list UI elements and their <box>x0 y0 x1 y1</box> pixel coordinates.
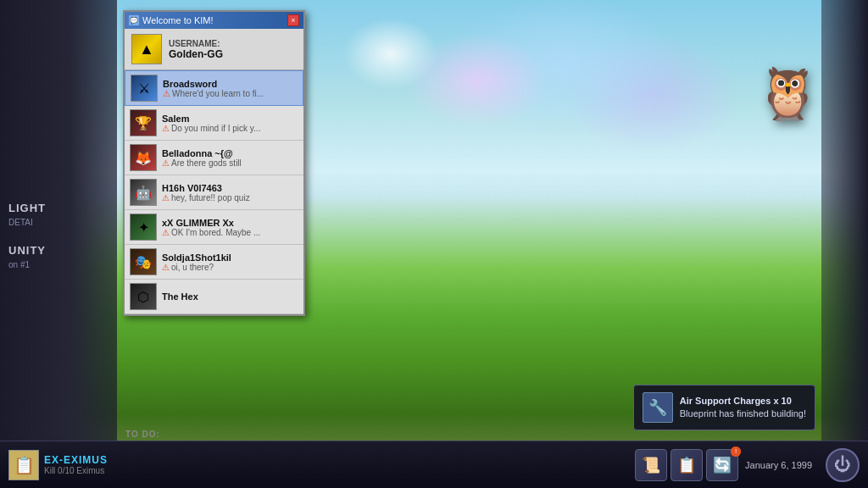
user-info: USERNAME: Golden-GG <box>169 39 223 60</box>
username-value: Golden-GG <box>169 48 223 60</box>
contact-name: Soldja1Shot1kil <box>162 252 298 263</box>
message-alert-icon: ⚠ <box>162 158 170 168</box>
todo-label: TO DO: <box>125 430 160 439</box>
kim-user-header: ▲ USERNAME: Golden-GG <box>125 29 303 70</box>
contact-message: ⚠Do you mind if I pick y... <box>162 124 298 133</box>
notification-title: Air Support Charges x 10 <box>680 395 806 408</box>
kim-titlebar: 💬 Welcome to KIM! × <box>125 12 303 29</box>
left-panel-text2: UNITY <box>8 244 108 257</box>
taskbar-icon: 🔄 <box>713 456 732 474</box>
contact-item[interactable]: 🤖H16h V0l7463⚠hey, future!! pop quiz <box>125 175 303 210</box>
contact-avatar: 🎭 <box>130 248 157 275</box>
contact-avatar: ⚔ <box>131 75 158 102</box>
message-alert-icon: ⚠ <box>162 124 170 133</box>
contact-info: Soldja1Shot1kil⚠oi, u there? <box>162 252 298 272</box>
contact-message: ⚠Where'd you learn to fi... <box>163 89 298 98</box>
power-button[interactable]: ⏻ <box>826 448 860 482</box>
contact-name: Salem <box>162 114 298 124</box>
taskbar-icon: 📋 <box>677 456 696 474</box>
right-panel <box>821 0 868 488</box>
message-alert-icon: ⚠ <box>163 89 170 98</box>
contact-item[interactable]: 🏆Salem⚠Do you mind if I pick y... <box>125 106 303 141</box>
contact-info: H16h V0l7463⚠hey, future!! pop quiz <box>162 183 298 202</box>
notification-icon: 🔧 <box>643 392 673 423</box>
kim-title: Welcome to KIM! <box>142 15 214 25</box>
mission-icon: 📋 <box>8 450 39 480</box>
alert-badge: ! <box>731 446 741 457</box>
message-alert-icon: ⚠ <box>162 228 170 237</box>
left-panel-sub1: DETAI <box>8 218 108 227</box>
mission-info: EX-EXIMUS Kill 0/10 Eximus <box>44 454 108 475</box>
taskbar: 📋 EX-EXIMUS Kill 0/10 Eximus 📜📋!🔄 Januar… <box>0 441 868 488</box>
titlebar-left: 💬 Welcome to KIM! <box>129 15 214 25</box>
message-alert-icon: ⚠ <box>162 193 170 202</box>
contact-info: Broadsword⚠Where'd you learn to fi... <box>163 79 298 98</box>
contact-item[interactable]: ⚔Broadsword⚠Where'd you learn to fi... <box>125 70 303 106</box>
taskbar-icon-button[interactable]: !🔄 <box>706 449 738 481</box>
contact-avatar: 🦊 <box>130 144 157 171</box>
owl-character: 🦉 <box>754 42 821 144</box>
taskbar-icon-button[interactable]: 📋 <box>670 449 703 481</box>
left-panel-sub2: on #1 <box>8 260 108 269</box>
left-panel: LIGHT DETAI UNITY on #1 <box>0 0 117 488</box>
mission-name: EX-EXIMUS <box>44 454 108 466</box>
taskbar-icon-button[interactable]: 📜 <box>635 449 667 481</box>
notification-popup: 🔧 Air Support Charges x 10 Blueprint has… <box>633 385 815 430</box>
kim-window: 💬 Welcome to KIM! × ▲ USERNAME: Golden-G… <box>123 10 305 316</box>
mission-section: 📋 EX-EXIMUS Kill 0/10 Eximus <box>8 450 628 480</box>
contact-item[interactable]: 🎭Soldja1Shot1kil⚠oi, u there? <box>125 245 303 280</box>
contact-avatar: ✦ <box>130 214 157 241</box>
contact-name: The Hex <box>162 291 298 302</box>
contact-avatar: ⬡ <box>130 283 157 310</box>
mission-sub: Kill 0/10 Eximus <box>44 466 108 475</box>
kim-title-icon: 💬 <box>129 15 139 25</box>
contact-avatar: 🏆 <box>130 109 157 136</box>
contact-name: H16h V0l7463 <box>162 183 298 193</box>
contact-name: Belladonna ~{@ <box>162 148 298 158</box>
message-alert-icon: ⚠ <box>162 263 170 272</box>
contact-info: Belladonna ~{@⚠Are there gods still <box>162 148 298 168</box>
contact-message: ⚠hey, future!! pop quiz <box>162 193 298 202</box>
notification-body: Blueprint has finished building! <box>680 408 806 420</box>
kim-close-button[interactable]: × <box>287 14 299 26</box>
contact-item[interactable]: 🦊Belladonna ~{@⚠Are there gods still <box>125 141 303 175</box>
contact-message: ⚠oi, u there? <box>162 263 298 272</box>
contact-avatar: 🤖 <box>130 179 157 206</box>
username-label: USERNAME: <box>169 39 223 48</box>
contact-name: xX GLIMMER Xx <box>162 218 298 228</box>
contact-message: ⚠Are there gods still <box>162 158 298 168</box>
left-panel-text1: LIGHT <box>8 202 108 214</box>
contact-item[interactable]: ✦xX GLIMMER Xx⚠OK I'm bored. Maybe ... <box>125 210 303 245</box>
contact-info: xX GLIMMER Xx⚠OK I'm bored. Maybe ... <box>162 218 298 237</box>
taskbar-date: January 6, 1999 <box>745 460 812 470</box>
contact-info: Salem⚠Do you mind if I pick y... <box>162 114 298 133</box>
kim-contacts-list: ⚔Broadsword⚠Where'd you learn to fi...🏆S… <box>125 70 303 314</box>
notification-text: Air Support Charges x 10 Blueprint has f… <box>680 395 806 421</box>
taskbar-icon: 📜 <box>642 456 660 474</box>
contact-info: The Hex <box>162 291 298 302</box>
user-avatar: ▲ <box>131 34 162 64</box>
taskbar-icons: 📜📋!🔄 <box>635 449 738 481</box>
contact-name: Broadsword <box>163 79 298 89</box>
contact-message: ⚠OK I'm bored. Maybe ... <box>162 228 298 237</box>
contact-item[interactable]: ⬡The Hex <box>125 280 303 314</box>
